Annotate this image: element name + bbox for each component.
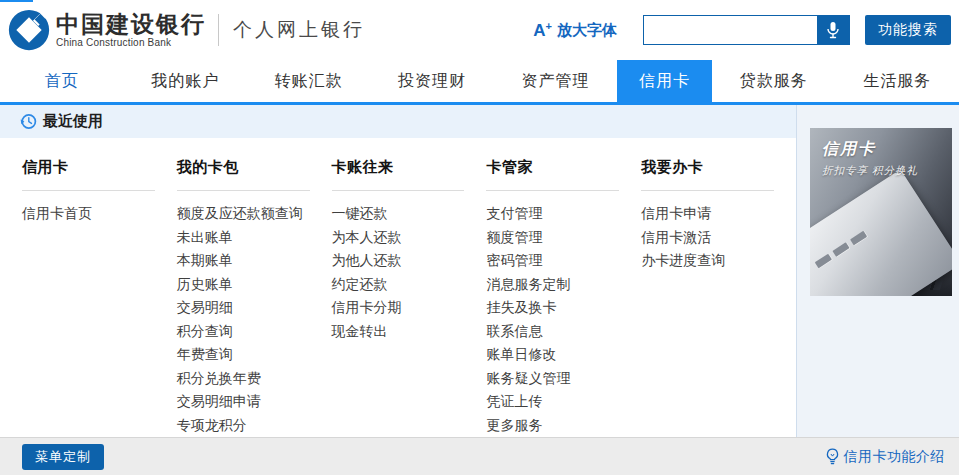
menu-column-credit-card: 信用卡 信用卡首页: [22, 138, 155, 437]
tab-transfer-remittance[interactable]: 转账汇款: [247, 60, 370, 102]
bank-name-block: 中国建设银行 China Construction Bank: [56, 12, 206, 48]
banner-title: 信用卡: [822, 139, 876, 160]
right-sidebar: 信用卡 折扣专享 积分换礼: [796, 105, 959, 437]
menu-column-card-manager: 卡管家 支付管理 额度管理 密码管理 消息服务定制 挂失及换卡 联系信息 账单日…: [486, 138, 619, 437]
tab-life-services[interactable]: 生活服务: [836, 60, 959, 102]
menu-item[interactable]: 积分兑换年费: [177, 367, 310, 391]
credit-card-menu-panel: 最近使用 信用卡 信用卡首页 我的卡包 额度及应还款额查询 未出账单 本期账单 …: [0, 105, 796, 437]
menu-item[interactable]: 为他人还款: [332, 249, 465, 273]
menu-item[interactable]: 挂失及换卡: [486, 296, 619, 320]
menu-item[interactable]: 现金转出: [332, 320, 465, 344]
microphone-icon: [826, 21, 840, 39]
banner-credit-card-image: [810, 169, 952, 296]
header-right-tools: A+ 放大字体 功能搜索: [533, 0, 951, 60]
menu-column-title: 我要办卡: [641, 138, 774, 191]
menu-customize-button[interactable]: 菜单定制: [22, 444, 104, 470]
lightbulb-icon: [825, 448, 840, 465]
menu-column-title: 卡管家: [486, 138, 619, 191]
menu-item[interactable]: 信用卡申请: [641, 202, 774, 226]
menu-item[interactable]: 更多服务: [486, 414, 619, 438]
menu-column-title: 信用卡: [22, 138, 155, 191]
menu-item[interactable]: 交易明细申请: [177, 390, 310, 414]
menu-item[interactable]: 信用卡激活: [641, 226, 774, 250]
menu-item[interactable]: 密码管理: [486, 249, 619, 273]
header-divider: [218, 14, 219, 46]
tab-home[interactable]: 首页: [0, 60, 123, 102]
recently-used-bar: 最近使用: [0, 105, 796, 138]
menu-item[interactable]: 凭证上传: [486, 390, 619, 414]
voice-search-button[interactable]: [817, 16, 849, 44]
font-enlarge-label: 放大字体: [557, 21, 617, 40]
menu-item[interactable]: 额度管理: [486, 226, 619, 250]
ccb-logo-icon: [8, 9, 50, 51]
feature-intro-label: 信用卡功能介绍: [844, 448, 946, 466]
personal-online-banking-page: 中国建设银行 China Construction Bank 个人网上银行 A+…: [0, 0, 959, 475]
menu-item[interactable]: 本期账单: [177, 249, 310, 273]
tab-credit-card[interactable]: 信用卡: [617, 60, 712, 105]
font-enlarge-control[interactable]: A+ 放大字体: [533, 21, 617, 40]
top-edge-accent: [0, 0, 33, 2]
menu-item[interactable]: 交易明细: [177, 296, 310, 320]
menu-item[interactable]: 办卡进度查询: [641, 249, 774, 273]
portal-title: 个人网上银行: [233, 17, 365, 43]
menu-column-card-account-transactions: 卡账往来 一键还款 为本人还款 为他人还款 约定还款 信用卡分期 现金转出: [332, 138, 465, 437]
menu-column-apply-card: 我要办卡 信用卡申请 信用卡激活 办卡进度查询: [641, 138, 774, 437]
font-enlarge-icon: A: [533, 22, 545, 39]
menu-item[interactable]: 一键还款: [332, 202, 465, 226]
font-enlarge-plus-icon: +: [546, 20, 552, 32]
menu-columns: 信用卡 信用卡首页 我的卡包 额度及应还款额查询 未出账单 本期账单 历史账单 …: [0, 138, 796, 437]
function-search-input[interactable]: [644, 16, 817, 44]
credit-card-feature-intro-link[interactable]: 信用卡功能介绍: [825, 448, 946, 466]
tab-asset-management[interactable]: 资产管理: [494, 60, 617, 102]
tab-loan-services[interactable]: 贷款服务: [712, 60, 835, 102]
menu-column-title: 我的卡包: [177, 138, 310, 191]
banner-subtitle: 折扣专享 积分换礼: [822, 164, 918, 178]
function-search-button[interactable]: 功能搜索: [865, 15, 951, 45]
menu-item[interactable]: 支付管理: [486, 202, 619, 226]
tab-my-accounts[interactable]: 我的账户: [123, 60, 246, 102]
history-clock-icon: [20, 113, 37, 130]
menu-item[interactable]: 为本人还款: [332, 226, 465, 250]
menu-item[interactable]: 账务疑义管理: [486, 367, 619, 391]
menu-item[interactable]: 约定还款: [332, 273, 465, 297]
menu-item[interactable]: 信用卡分期: [332, 296, 465, 320]
menu-item[interactable]: 联系信息: [486, 320, 619, 344]
bank-name-cn: 中国建设银行: [56, 12, 206, 37]
menu-item[interactable]: 年费查询: [177, 343, 310, 367]
main-nav: 首页 我的账户 转账汇款 投资理财 资产管理 信用卡 贷款服务 生活服务: [0, 60, 959, 105]
menu-item[interactable]: 消息服务定制: [486, 273, 619, 297]
menu-column-title: 卡账往来: [332, 138, 465, 191]
function-search-box: [643, 15, 850, 45]
content-area: 最近使用 信用卡 信用卡首页 我的卡包 额度及应还款额查询 未出账单 本期账单 …: [0, 105, 959, 437]
menu-item[interactable]: 未出账单: [177, 226, 310, 250]
menu-column-my-card-wallet: 我的卡包 额度及应还款额查询 未出账单 本期账单 历史账单 交易明细 积分查询 …: [177, 138, 310, 437]
menu-item[interactable]: 积分查询: [177, 320, 310, 344]
menu-item[interactable]: 信用卡首页: [22, 202, 155, 226]
menu-item[interactable]: 账单日修改: [486, 343, 619, 367]
tab-investment[interactable]: 投资理财: [370, 60, 493, 102]
header: 中国建设银行 China Construction Bank 个人网上银行 A+…: [0, 0, 959, 60]
menu-item[interactable]: 额度及应还款额查询: [177, 202, 310, 226]
recently-used-label: 最近使用: [43, 112, 103, 131]
bank-logo-group[interactable]: 中国建设银行 China Construction Bank: [8, 9, 206, 51]
menu-item[interactable]: 专项龙积分: [177, 414, 310, 438]
bottom-bar: 菜单定制 信用卡功能介绍: [0, 437, 959, 475]
credit-card-promo-banner[interactable]: 信用卡 折扣专享 积分换礼: [810, 128, 952, 296]
menu-item[interactable]: 历史账单: [177, 273, 310, 297]
bank-name-en: China Construction Bank: [56, 37, 206, 48]
